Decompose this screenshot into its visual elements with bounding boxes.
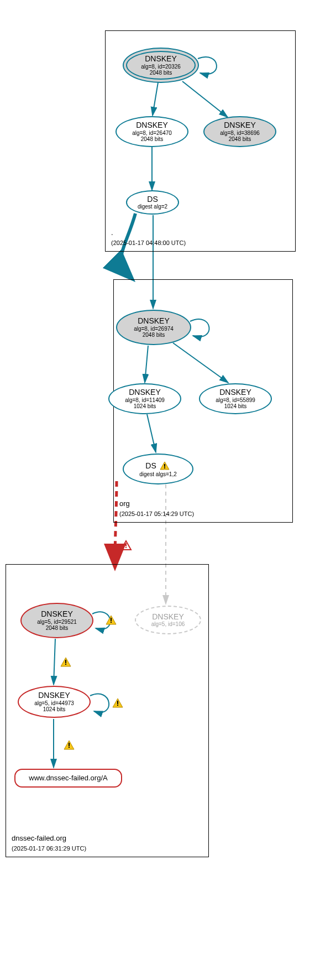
leaf-missing-title: DNSKEY	[152, 613, 184, 621]
ds-root-title: DS	[147, 195, 158, 204]
svg-rect-5	[111, 622, 112, 623]
root-ksk-title: DNSKEY	[145, 55, 177, 63]
zone-root-ts: (2025-01-17 04:48:00 UTC)	[111, 239, 186, 246]
ds-root-sub1: digest alg=2	[138, 204, 167, 210]
ds-org-title: DS	[145, 462, 156, 470]
svg-rect-0	[164, 464, 165, 467]
leaf-zsk-sub2: 1024 bits	[43, 706, 66, 712]
root-zsk-title: DNSKEY	[136, 121, 168, 129]
leaf-ksk-sub1: alg=5, id=29521	[37, 619, 77, 625]
org-zsk-sub1: alg=8, id=11409	[125, 397, 165, 403]
zone-root-name: .	[111, 228, 113, 237]
warning-icon	[160, 461, 171, 471]
svg-rect-10	[69, 743, 70, 746]
ds-org-sub1: digest algs=1,2	[139, 471, 177, 477]
root-zsk-sub2: 2048 bits	[141, 136, 164, 142]
org-ksk-sub2: 2048 bits	[143, 332, 165, 338]
svg-rect-2	[125, 543, 127, 546]
svg-rect-8	[117, 701, 118, 704]
root-ksk-sub2: 2048 bits	[150, 70, 172, 76]
root-key2-sub1: alg=8, id=38696	[220, 130, 260, 136]
org-key2: DNSKEY alg=8, id=55899 1024 bits	[199, 383, 272, 414]
root-key2-title: DNSKEY	[224, 121, 256, 129]
root-key2-sub2: 2048 bits	[229, 136, 251, 142]
leaf-ksk-sub2: 2048 bits	[46, 625, 69, 631]
svg-rect-11	[69, 747, 70, 748]
warning-icon	[112, 698, 123, 708]
svg-rect-3	[125, 547, 127, 548]
leaf-zsk-title: DNSKEY	[38, 691, 70, 700]
warning-icon	[60, 657, 71, 667]
svg-rect-1	[164, 467, 165, 468]
leaf-ksk-title: DNSKEY	[41, 610, 73, 618]
rrset-node: www.dnssec-failed.org/A	[14, 769, 122, 788]
root-ksk-sub1: alg=8, id=20326	[141, 64, 181, 70]
zone-org-name: org	[119, 499, 130, 508]
ds-root: DS digest alg=2	[126, 190, 179, 215]
ds-org: DS digest algs=1,2	[123, 453, 193, 484]
leaf-missing-sub1: alg=5, id=106	[151, 621, 185, 627]
org-key2-sub2: 1024 bits	[224, 403, 247, 409]
root-zsk-sub1: alg=8, id=26470	[132, 130, 172, 136]
org-zsk-title: DNSKEY	[129, 388, 161, 397]
leaf-missing-key: DNSKEY alg=5, id=106	[135, 606, 201, 634]
org-ksk-sub1: alg=8, id=26974	[134, 326, 174, 332]
zone-org-ts: (2025-01-17 05:14:29 UTC)	[119, 510, 194, 517]
svg-rect-9	[117, 705, 118, 706]
root-key2: DNSKEY alg=8, id=38696 2048 bits	[203, 116, 276, 147]
leaf-ksk: DNSKEY alg=5, id=29521 2048 bits	[20, 603, 93, 638]
warning-icon	[120, 540, 132, 550]
org-ksk-title: DNSKEY	[138, 317, 170, 325]
zone-leaf-ts: (2025-01-17 06:31:29 UTC)	[12, 845, 86, 852]
rrset-title: www.dnssec-failed.org/A	[29, 774, 107, 782]
svg-rect-4	[111, 618, 112, 621]
svg-rect-7	[65, 664, 66, 665]
warning-icon	[64, 740, 75, 750]
org-zsk-sub2: 1024 bits	[134, 403, 156, 409]
org-key2-sub1: alg=8, id=55899	[216, 397, 255, 403]
leaf-zsk: DNSKEY alg=5, id=44973 1024 bits	[18, 686, 91, 718]
svg-rect-6	[65, 660, 66, 663]
leaf-zsk-sub1: alg=5, id=44973	[34, 700, 74, 706]
org-zsk: DNSKEY alg=8, id=11409 1024 bits	[108, 383, 181, 414]
root-zsk: DNSKEY alg=8, id=26470 2048 bits	[116, 116, 188, 147]
warning-icon	[106, 615, 117, 625]
org-key2-title: DNSKEY	[219, 388, 251, 397]
org-ksk: DNSKEY alg=8, id=26974 2048 bits	[116, 310, 191, 345]
zone-leaf-name: dnssec-failed.org	[12, 834, 66, 842]
root-ksk: DNSKEY alg=8, id=20326 2048 bits	[123, 48, 199, 83]
